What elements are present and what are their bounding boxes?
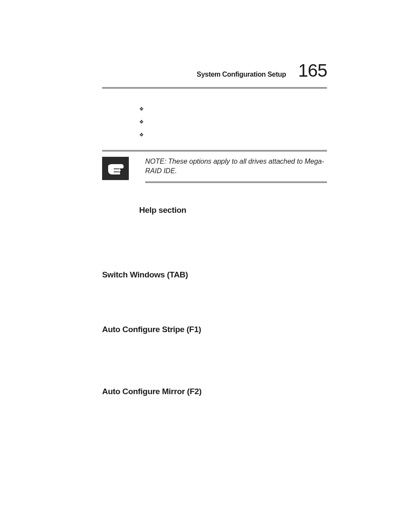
pointing-hand-icon: [105, 159, 126, 177]
bullet-list: ❖ ❖ ❖: [139, 104, 327, 140]
list-item: ❖: [139, 104, 327, 114]
heading-switch-windows: Switch Windows (TAB): [102, 270, 327, 280]
diamond-bullet-icon: ❖: [139, 106, 148, 112]
note-icon: [102, 157, 129, 180]
page-header: System Configuration Setup 165: [102, 60, 327, 81]
list-item: ❖: [139, 130, 327, 140]
note-top-divider: [102, 150, 327, 152]
note-text: NOTE: These options apply to all drives …: [145, 157, 327, 176]
heading-help-section: Help section: [139, 205, 327, 215]
header-divider: [102, 87, 327, 89]
page-number: 165: [298, 60, 327, 81]
diamond-bullet-icon: ❖: [139, 132, 148, 138]
heading-auto-configure-stripe: Auto Configure Stripe (F1): [102, 325, 327, 334]
heading-auto-configure-mirror: Auto Configure Mirror (F2): [102, 387, 327, 396]
header-title: System Configuration Setup: [197, 71, 286, 78]
note-section: NOTE: These options apply to all drives …: [102, 157, 327, 183]
page-content: System Configuration Setup 165 ❖ ❖ ❖ NOT…: [0, 0, 411, 396]
list-item: ❖: [139, 117, 327, 127]
note-text-container: NOTE: These options apply to all drives …: [145, 157, 327, 183]
note-bottom-divider: [145, 181, 327, 183]
diamond-bullet-icon: ❖: [139, 119, 148, 125]
